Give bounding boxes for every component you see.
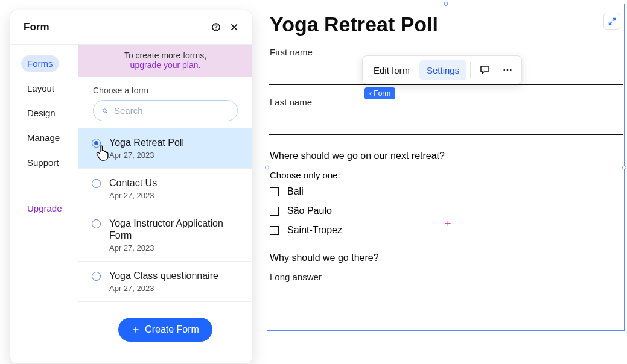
radio-selected-icon [92, 139, 101, 148]
option-label: Saint-Tropez [287, 225, 342, 236]
search-input[interactable] [114, 105, 229, 116]
more-button[interactable] [497, 60, 518, 80]
banner-text-1: To create more forms, [78, 51, 252, 60]
tab-upgrade[interactable]: Upgrade [21, 200, 68, 216]
choose-one-label: Choose only one: [267, 170, 624, 186]
tab-design[interactable]: Design [21, 105, 62, 121]
question-why: Why should we go there? [267, 249, 624, 272]
option-bali[interactable]: Bali [270, 186, 622, 197]
checkbox-icon [270, 226, 279, 235]
panel-tabs: Forms Layout Design Manage Support Upgra… [10, 45, 78, 363]
selection-box: Yoga Retreat Poll First name Last name W… [267, 4, 625, 331]
expand-icon [608, 17, 617, 26]
long-answer-label: Long answer [267, 272, 624, 286]
checkbox-icon [270, 207, 279, 216]
svg-point-4 [507, 69, 509, 71]
long-answer-input[interactable] [269, 286, 623, 319]
panel-header: Form [10, 10, 252, 44]
svg-point-3 [504, 69, 506, 71]
form-canvas[interactable]: Yoga Retreat Poll First name Last name W… [267, 4, 625, 331]
create-form-wrap: Create Form [78, 302, 252, 357]
comment-button[interactable] [474, 60, 495, 80]
svg-point-5 [510, 69, 512, 71]
selection-crumb[interactable]: Form [364, 87, 395, 99]
option-saint-tropez[interactable]: Saint-Tropez [270, 225, 622, 236]
form-item-class-questionnaire[interactable]: Yoga Class questionnaire Apr 27, 2023 [78, 262, 252, 302]
form-item-title: Yoga Instructor Application Form [109, 218, 239, 243]
create-form-label: Create Form [145, 324, 199, 335]
form-item-date: Apr 27, 2023 [109, 284, 218, 293]
svg-point-1 [215, 29, 216, 30]
search-input-wrap[interactable] [93, 100, 238, 121]
more-icon [502, 64, 513, 75]
resize-handle-right[interactable] [622, 165, 626, 169]
comment-icon [479, 64, 490, 75]
option-label: Bali [287, 186, 304, 197]
create-form-button[interactable]: Create Form [118, 318, 212, 342]
settings-button[interactable]: Settings [419, 60, 466, 80]
form-item-title: Yoga Class questionnaire [109, 270, 218, 283]
tab-separator [21, 183, 71, 183]
option-label: São Paulo [287, 206, 332, 216]
choose-form-label: Choose a form [78, 77, 252, 100]
search-icon [102, 106, 108, 116]
form-item-yoga-retreat[interactable]: Yoga Retreat Poll Apr 27, 2023 [78, 128, 252, 169]
radio-icon [92, 219, 101, 228]
plus-icon [132, 325, 140, 334]
retreat-options: Bali São Paulo Saint-Tropez [267, 186, 624, 236]
panel-body: Forms Layout Design Manage Support Upgra… [10, 45, 252, 363]
close-icon[interactable] [229, 22, 239, 32]
form-panel: Form Forms Layout Design Manage Support … [10, 10, 253, 364]
last-name-input[interactable] [269, 111, 623, 135]
tab-layout[interactable]: Layout [21, 80, 60, 96]
svg-point-2 [103, 108, 106, 111]
form-item-instructor-app[interactable]: Yoga Instructor Application Form Apr 27,… [78, 209, 252, 262]
form-list: Yoga Retreat Poll Apr 27, 2023 Contact U… [78, 128, 252, 302]
form-title: Yoga Retreat Poll [267, 4, 624, 47]
panel-content: To create more forms, upgrade your plan.… [78, 45, 252, 363]
form-item-contact-us[interactable]: Contact Us Apr 27, 2023 [78, 169, 252, 209]
edit-form-button[interactable]: Edit form [366, 60, 417, 80]
upgrade-banner: To create more forms, upgrade your plan. [78, 45, 252, 77]
form-item-title: Yoga Retreat Poll [109, 137, 184, 149]
last-name-label: Last name [267, 97, 624, 111]
checkbox-icon [270, 187, 279, 196]
form-item-date: Apr 27, 2023 [109, 191, 157, 200]
panel-header-actions [211, 22, 239, 32]
option-sao-paulo[interactable]: São Paulo [270, 206, 622, 216]
tab-manage[interactable]: Manage [21, 130, 66, 146]
tab-forms[interactable]: Forms [21, 55, 59, 72]
form-item-title: Contact Us [109, 177, 157, 190]
resize-handle-top[interactable] [444, 2, 448, 6]
resize-handle-left[interactable] [265, 165, 269, 169]
banner-upgrade-link[interactable]: upgrade your plan. [78, 60, 252, 70]
question-retreat: Where should we go on our next retreat? [267, 147, 624, 170]
form-item-date: Apr 27, 2023 [109, 151, 184, 160]
radio-icon [92, 272, 101, 281]
expand-button[interactable] [603, 13, 620, 30]
crumb-label: Form [374, 89, 390, 98]
radio-icon [92, 179, 101, 188]
tab-support[interactable]: Support [21, 154, 65, 171]
form-item-date: Apr 27, 2023 [109, 243, 239, 253]
panel-title: Form [24, 21, 49, 33]
element-toolbar: Edit form Settings [362, 55, 522, 84]
help-icon[interactable] [211, 22, 221, 32]
toolbar-separator [470, 62, 471, 78]
search-wrap [78, 100, 252, 128]
